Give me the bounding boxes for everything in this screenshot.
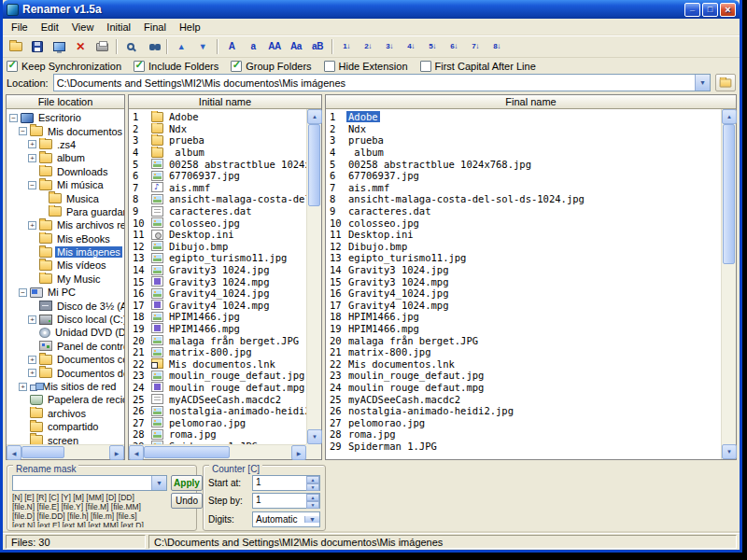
scroll-down-icon[interactable] [307, 429, 322, 444]
option-include-folders[interactable]: Include Folders [134, 61, 218, 72]
menu-final[interactable]: Final [137, 20, 173, 35]
tree-item-mis-archivos-recibidos[interactable]: +Mis archivos recibidos [7, 218, 124, 231]
option-keep-synchronization[interactable]: Keep Synchronization [7, 61, 121, 72]
tree-item-papelera-de-reciclaje[interactable]: Papelera de reciclaje [7, 393, 124, 406]
final-row-dibujo-bmp[interactable]: 12Dibujo.bmp [326, 241, 721, 253]
collapse-minus-icon[interactable]: − [19, 127, 27, 135]
initial-row-hpim1466-mpg[interactable]: 19HPIM1466.mpg [129, 323, 306, 335]
digits-dropdown-icon[interactable] [304, 516, 319, 523]
final-row-colosseo-jpg[interactable]: 10colosseo.jpg [326, 217, 721, 229]
scroll-left-icon[interactable] [7, 445, 21, 460]
initial-row-prueba[interactable]: 3prueba [129, 134, 306, 147]
final-row-gravity4-1024-jpg[interactable]: 16Gravity4_1024.jpg [326, 287, 721, 300]
initial-row-gravity4-1024-jpg[interactable]: 16Gravity4_1024.jpg [129, 287, 306, 300]
tree-item-album[interactable]: +album [7, 151, 124, 164]
tree-item-escritorio[interactable]: −Escritorio [7, 111, 124, 124]
expand-plus-icon[interactable]: + [28, 315, 36, 324]
final-row-album[interactable]: 4_album [326, 147, 721, 159]
final-row-adobe[interactable]: 1Adobe [326, 111, 721, 123]
case-capitalize-button[interactable]: Aa [286, 37, 306, 56]
final-row-67706937-jpg[interactable]: 667706937.jpg [326, 170, 721, 182]
close-button[interactable] [720, 3, 736, 17]
tree-item-mi-m-sica[interactable]: −Mi música [7, 178, 124, 191]
final-row-gravity3-1024-mpg[interactable]: 15Gravity3_1024.mpg [326, 275, 721, 287]
final-row-moulin-rouge-defaut-mpg[interactable]: 24moulin_rouge_defaut.mpg [326, 382, 721, 394]
initial-row-67706937-jpg[interactable]: 667706937.jpg [129, 170, 306, 182]
final-row-ansicht-malaga-costa-del-sol-ds-1024-jpg[interactable]: 8ansicht-malaga-costa-del-sol-ds-1024.jp… [326, 193, 721, 205]
scroll-left-icon[interactable] [129, 445, 144, 460]
checkbox-icon[interactable] [231, 61, 242, 72]
final-row-prueba[interactable]: 3prueba [326, 134, 721, 147]
expand-plus-icon[interactable]: + [28, 154, 36, 162]
expand-plus-icon[interactable]: + [28, 369, 36, 377]
tree-item-mi-pc[interactable]: −Mi PC [7, 286, 124, 299]
initial-row-ais-mmf[interactable]: 7ais.mmf [129, 182, 306, 194]
case-upper-button[interactable]: A [221, 37, 242, 56]
move-up-button[interactable]: ▲ [171, 37, 191, 56]
tree-item-archivos[interactable]: archivos [7, 407, 124, 420]
tree-item-my-music[interactable]: My Music [7, 273, 124, 286]
undo-button[interactable]: Undo [171, 493, 203, 509]
initial-row-ansicht-malaga-costa-del-sol-ds-1024-jpg[interactable]: 8ansicht-malaga-costa-del-sol-ds-1024.jp… [129, 193, 306, 205]
apply-button[interactable]: Apply [171, 475, 203, 491]
final-row-malaga-fr-n-berget-jpg[interactable]: 20malaga från berget.JPG [326, 334, 721, 346]
spin-up-icon[interactable] [306, 494, 319, 501]
menu-initial[interactable]: Initial [100, 20, 137, 35]
final-row-gravity4-1024-mpg[interactable]: 17Gravity4_1024.mpg [326, 300, 721, 312]
collapse-minus-icon[interactable]: − [28, 181, 36, 189]
initial-row-egipto-turismo11-jpg[interactable]: 13egipto_turismo11.jpg [129, 252, 306, 264]
final-row-egipto-turismo11-jpg[interactable]: 13egipto_turismo11.jpg [326, 252, 721, 264]
case-lower-button[interactable]: a [243, 37, 263, 56]
insert-4-button[interactable]: 4↓ [401, 37, 421, 56]
scroll-right-icon[interactable] [291, 445, 306, 460]
file-location-header[interactable]: File location [7, 95, 124, 109]
insert-8-button[interactable]: 8↓ [486, 37, 507, 56]
move-down-button[interactable]: ▼ [192, 37, 213, 56]
initial-row-desktop-ini[interactable]: 11Desktop.ini [129, 229, 306, 241]
titlebar[interactable]: Renamer v1.5a [3, 0, 740, 19]
initial-row-nostalgia-animado-heidi2-jpg[interactable]: 26nostalgia-animado-heidi2.jpg [129, 405, 306, 417]
tree-item-disco-local-c[interactable]: +Disco local (C:) [7, 313, 124, 326]
initial-row-myacdseecash-macdc2[interactable]: 25myACDSeeCash.macdc2 [129, 393, 306, 405]
browse-button[interactable] [715, 74, 736, 91]
insert-1-button[interactable]: 1↓ [336, 37, 357, 56]
final-row-spiderman-1-jpg[interactable]: 29Spiderman 1.JPG [326, 441, 721, 453]
initial-row-ndx[interactable]: 2Ndx [129, 123, 306, 135]
initial-row-album[interactable]: 4_album [129, 147, 306, 159]
checkbox-icon[interactable] [7, 61, 18, 72]
final-row-gravity3-1024-jpg[interactable]: 14Gravity3_1024.jpg [326, 264, 721, 276]
initial-hscroll-track[interactable] [144, 445, 291, 459]
tree-item-mis-documentos[interactable]: −Mis documentos [7, 124, 124, 137]
menu-file[interactable]: File [5, 20, 35, 35]
open-folder-button[interactable] [6, 37, 26, 56]
start-at-value[interactable]: 1 [253, 476, 306, 490]
tree-horizontal-scrollbar[interactable] [7, 444, 124, 459]
insert-3-button[interactable]: 3↓ [379, 37, 400, 56]
final-vscroll-thumb[interactable] [723, 124, 735, 264]
start-at-spinner[interactable]: 1 [252, 475, 320, 491]
tree-item-mis-sitios-de-red[interactable]: +Mis sitios de red [7, 380, 124, 393]
step-by-spinner[interactable]: 1 [252, 493, 320, 509]
initial-row-moulin-rouge-defaut-mpg[interactable]: 24moulin_rouge_defaut.mpg [129, 382, 306, 394]
initial-row-mis-documentos-lnk[interactable]: 22Mis documentos.lnk [129, 357, 306, 370]
tree-item-unidad-dvd-d[interactable]: Unidad DVD (D:) [7, 326, 124, 339]
final-name-header[interactable]: Final name [326, 95, 736, 109]
final-row-ais-mmf[interactable]: 7ais.mmf [326, 182, 721, 194]
initial-row-hpim1466-jpg[interactable]: 18HPIM1466.jpg [129, 311, 306, 323]
rename-mask-combobox[interactable] [12, 475, 167, 491]
initial-row-00258-abstractblue-1024x768-jpg[interactable]: 500258_abstractblue_1024x768.jpg [129, 158, 306, 170]
tree-item-compartido[interactable]: compartido [7, 420, 124, 433]
initial-row-caracteres-dat[interactable]: 9caracteres.dat [129, 205, 306, 217]
maximize-button[interactable] [702, 3, 718, 17]
initial-horizontal-scrollbar[interactable] [129, 444, 306, 459]
collapse-minus-icon[interactable]: − [9, 114, 18, 122]
final-vscroll-track[interactable] [722, 124, 736, 444]
initial-row-gravity4-1024-mpg[interactable]: 17Gravity4_1024.mpg [129, 300, 306, 312]
checkbox-icon[interactable] [420, 61, 431, 72]
insert-6-button[interactable]: 6↓ [444, 37, 464, 56]
final-row-hpim1466-jpg[interactable]: 18HPIM1466.jpg [326, 311, 721, 323]
initial-row-matrix-800-jpg[interactable]: 21matrix-800.jpg [129, 346, 306, 358]
tree-item-screen[interactable]: screen [7, 433, 124, 444]
tree-item-para-guardar[interactable]: Para guardar [7, 205, 124, 218]
option-hide-extension[interactable]: Hide Extension [324, 61, 408, 72]
